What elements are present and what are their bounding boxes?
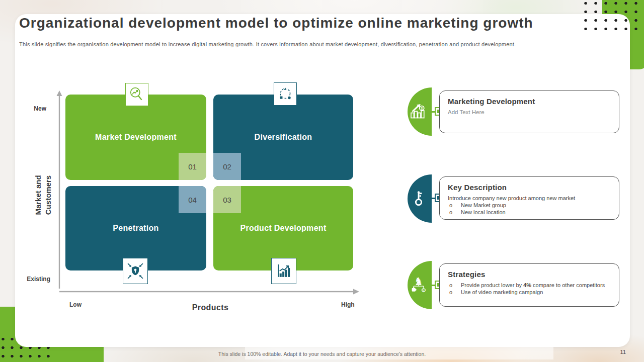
- page-number: 11: [611, 349, 626, 355]
- info-card-title: Strategies: [448, 270, 611, 279]
- dot-grid-top-right: [581, 0, 641, 33]
- y-axis-tick-new: New: [26, 105, 46, 112]
- bullet-item: o New local location: [448, 209, 611, 216]
- bullet-text: New local location: [461, 209, 506, 216]
- bullet-item: o Use of video marketing campaign: [448, 289, 611, 296]
- bullet-item: o New Market group: [448, 202, 611, 209]
- bold-value: 4%: [523, 282, 531, 288]
- number-badge-02: 02: [213, 153, 241, 180]
- bullet-text: New Market group: [461, 202, 506, 209]
- key-icon: [409, 189, 429, 209]
- bar-chart-growth-icon: [271, 258, 296, 284]
- bullet-text: Provide product lower by 4% compare to o…: [461, 282, 605, 289]
- x-axis-arrow: [58, 286, 360, 298]
- bullet-marker: o: [448, 282, 461, 289]
- bullet-marker: o: [448, 209, 461, 216]
- bullet-text: Use of video marketing campaign: [461, 289, 543, 296]
- growth-chart-money-icon: $: [409, 102, 429, 122]
- shield-arrows-icon: [123, 258, 148, 284]
- strategy-knight-icon: ♞ ⚙: [408, 274, 430, 296]
- info-card-title: Marketing Development: [448, 97, 611, 106]
- quadrant-label: Penetration: [91, 222, 181, 234]
- quadrant-label: Product Development: [238, 222, 329, 234]
- svg-text:$: $: [421, 106, 423, 111]
- quadrant-label: Market Development: [91, 131, 181, 143]
- cycle-shapes-icon: [274, 82, 297, 106]
- number-badge-03: 03: [213, 186, 241, 213]
- number-badge-04: 04: [179, 186, 206, 213]
- y-axis-tick-existing: Existing: [18, 276, 50, 283]
- footer-note: This slide is 100% editable. Adapt it to…: [0, 351, 644, 357]
- x-axis-tick-high: High: [341, 301, 355, 308]
- slide: Organizational development model to opti…: [0, 0, 644, 362]
- info-card-placeholder-text: Add Text Here: [448, 109, 611, 116]
- y-axis-title: Market and Customers: [33, 152, 55, 238]
- bullet-marker: o: [448, 202, 461, 209]
- bullet-item: o Provide product lower by 4% compare to…: [448, 282, 611, 289]
- page-subtitle: This slide signifies the organisation de…: [19, 41, 583, 47]
- info-card-key-description: Key Description Introduce company new pr…: [439, 176, 619, 220]
- info-card-title: Key Description: [448, 183, 611, 192]
- svg-text:⚙: ⚙: [421, 287, 426, 294]
- magnifier-growth-icon: [125, 83, 148, 106]
- page-title: Organizational development model to opti…: [19, 15, 593, 31]
- x-axis-tick-low: Low: [69, 301, 82, 308]
- x-axis-title: Products: [180, 303, 240, 312]
- y-axis-title-line2: Customers: [43, 152, 53, 238]
- info-card-intro: Introduce company new product among new …: [448, 195, 611, 202]
- info-card-strategies: Strategies o Provide product lower by 4%…: [439, 263, 619, 307]
- bullet-marker: o: [448, 289, 461, 296]
- info-card-marketing-development: Marketing Development Add Text Here: [439, 90, 619, 133]
- y-axis-title-line1: Market and: [33, 152, 43, 238]
- quadrant-label: Diversification: [238, 131, 329, 143]
- number-badge-01: 01: [179, 153, 206, 180]
